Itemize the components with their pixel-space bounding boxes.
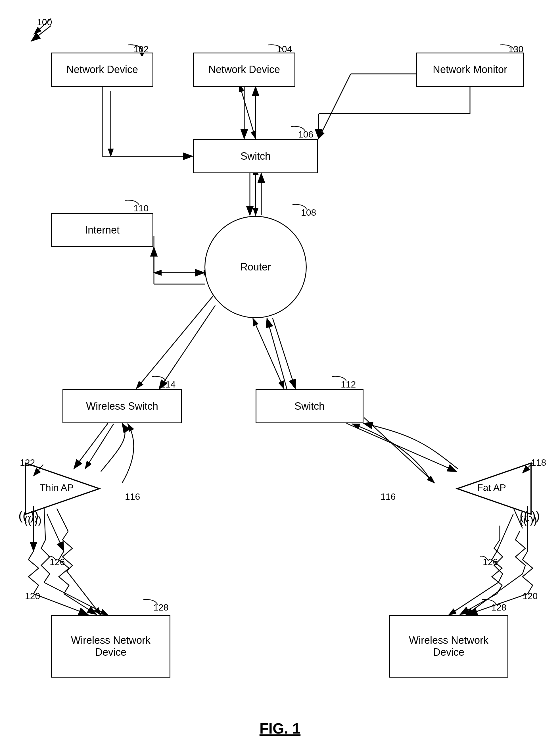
fig-label: FIG. 1 bbox=[260, 720, 300, 737]
ref-120-right: 120 bbox=[522, 591, 538, 601]
wifi-symbol-thin-left: ((·)) bbox=[24, 514, 41, 527]
ref-110: 110 bbox=[134, 203, 148, 214]
wireless-network-device-128-left-label: Wireless Network Device bbox=[71, 634, 151, 658]
ref-120-left: 120 bbox=[25, 591, 40, 601]
svg-line-49 bbox=[273, 318, 295, 389]
ref-112: 112 bbox=[341, 379, 356, 390]
wireless-network-device-128-right-label: Wireless Network Device bbox=[409, 634, 488, 658]
svg-text:Thin AP: Thin AP bbox=[40, 482, 74, 493]
thin-ap-triangle: Thin AP bbox=[23, 460, 102, 517]
ref-116-right: 116 bbox=[381, 492, 396, 502]
ref-130: 130 bbox=[508, 44, 523, 55]
svg-line-54 bbox=[34, 594, 88, 615]
ref-116-left: 116 bbox=[125, 492, 140, 502]
svg-line-18 bbox=[67, 571, 101, 615]
network-device-102-box: Network Device bbox=[51, 53, 153, 87]
ref-100-arrow bbox=[28, 16, 62, 38]
fat-ap-triangle: Fat AP bbox=[454, 460, 534, 517]
ref-126-left: 126 bbox=[50, 557, 65, 567]
wireless-network-device-128-left-box: Wireless Network Device bbox=[51, 615, 171, 678]
diagram: 100 Network Device 102 Network Device 10… bbox=[0, 0, 560, 754]
svg-line-16 bbox=[44, 582, 108, 615]
ref-122: 122 bbox=[20, 457, 35, 468]
wifi-symbol-fat-right: ((·)) bbox=[520, 514, 537, 527]
svg-line-48 bbox=[159, 305, 215, 389]
svg-line-8 bbox=[319, 74, 351, 139]
wireless-network-device-128-right-box: Wireless Network Device bbox=[389, 615, 508, 678]
internet-110-box: Internet bbox=[51, 213, 153, 247]
svg-line-20 bbox=[449, 582, 498, 615]
svg-line-59 bbox=[497, 514, 514, 551]
svg-line-55 bbox=[47, 514, 64, 551]
ref-128-right: 128 bbox=[491, 602, 506, 613]
svg-line-56 bbox=[64, 594, 97, 615]
ref-128-left: 128 bbox=[153, 602, 168, 613]
svg-line-23 bbox=[34, 18, 51, 34]
svg-line-50 bbox=[267, 318, 287, 389]
svg-text:Fat AP: Fat AP bbox=[477, 482, 506, 493]
ref-126-right: 126 bbox=[483, 557, 498, 567]
network-monitor-130-box: Network Monitor bbox=[416, 53, 524, 87]
switch-112-box: Switch bbox=[256, 389, 363, 423]
wireless-switch-114-box: Wireless Switch bbox=[62, 389, 182, 423]
svg-line-12 bbox=[256, 324, 284, 389]
ref-118: 118 bbox=[531, 457, 546, 468]
svg-line-6 bbox=[241, 91, 256, 139]
svg-line-11 bbox=[136, 293, 216, 389]
ref-106: 106 bbox=[298, 129, 313, 140]
ref-102-curve bbox=[125, 42, 148, 56]
svg-line-14 bbox=[364, 418, 435, 483]
switch-106-box: Switch bbox=[193, 139, 318, 173]
ref-108: 108 bbox=[301, 207, 316, 218]
router-108-circle: Router bbox=[204, 216, 307, 318]
ref-114: 114 bbox=[160, 379, 176, 390]
ref-104: 104 bbox=[277, 44, 292, 55]
svg-line-52 bbox=[346, 423, 457, 472]
network-device-104-box: Network Device bbox=[193, 53, 295, 87]
